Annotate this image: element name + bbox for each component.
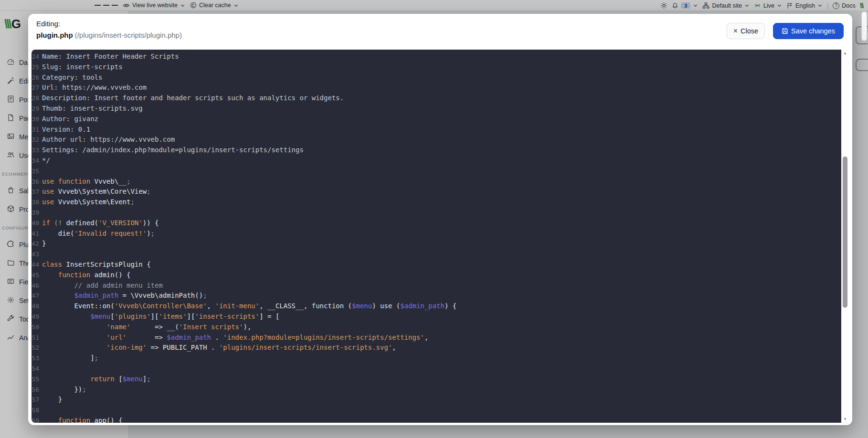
line-number: 56	[32, 385, 39, 395]
line-number: 32	[32, 135, 39, 145]
close-button[interactable]: × Close	[727, 23, 765, 39]
line-number: 25	[32, 63, 39, 73]
line-number: 59	[32, 416, 39, 423]
code-line: 50 'name' => __('Insert scripts'),	[32, 322, 841, 333]
line-number: 53	[32, 354, 39, 364]
line-number: 24	[32, 52, 39, 62]
code-line: 46 // add admin menu item	[32, 281, 841, 291]
code-line: 45 function admin() {	[32, 270, 841, 281]
code-line: 56 });	[32, 385, 841, 395]
line-number: 39	[32, 208, 39, 218]
line-number: 46	[32, 281, 39, 291]
code-line: 55 return [$menu];	[32, 374, 841, 385]
line-number: 49	[32, 312, 39, 322]
line-number: 54	[32, 364, 39, 374]
editor-scrollbar[interactable]: ▲ ▼	[841, 50, 849, 423]
file-name: plugin.php	[36, 31, 73, 39]
line-number: 38	[32, 198, 39, 208]
line-number: 42	[32, 239, 39, 249]
code-line: 53 ];	[32, 353, 841, 364]
line-number: 57	[32, 395, 39, 405]
scroll-up-icon[interactable]: ▲	[841, 51, 849, 55]
code-line: 54	[32, 364, 841, 374]
line-number: 40	[32, 219, 39, 229]
line-number: 33	[32, 146, 39, 156]
line-number: 36	[32, 177, 39, 187]
line-number: 28	[32, 94, 39, 104]
code-line: 42}	[32, 239, 841, 249]
line-number: 52	[32, 343, 39, 353]
line-number: 58	[32, 406, 39, 416]
line-number: 31	[32, 125, 39, 135]
line-number: 27	[32, 83, 39, 93]
code-line: 43	[32, 249, 841, 260]
line-number: 34	[32, 156, 39, 166]
code-line: 32Author url: https://www.vvveb.com	[32, 135, 841, 145]
code-line: 26Category: tools	[32, 73, 841, 83]
line-number: 30	[32, 115, 39, 125]
code-line: 24Name: Insert Footer Header Scripts	[32, 52, 841, 62]
modal-header: Editing: plugin.php(/plugins/insert-scri…	[28, 14, 852, 50]
page-scrollbar-thumb[interactable]	[861, 11, 867, 41]
scroll-down-icon[interactable]: ▼	[841, 417, 849, 421]
code-line: 35	[32, 166, 841, 177]
code-line: 58	[32, 405, 841, 416]
code-line: 52 'icon-img' => PUBLIC_PATH . 'plugins/…	[32, 343, 841, 353]
code-line: 44class InsertScriptsPlugin {	[32, 260, 841, 270]
code-editor: 24Name: Insert Footer Header Scripts25Sl…	[32, 50, 849, 423]
code-line: 57 }	[32, 395, 841, 405]
code-line: 39	[32, 208, 841, 218]
line-number: 51	[32, 333, 39, 343]
code-line: 34*/	[32, 156, 841, 166]
code-line: 48 Event::on('Vvveb\Controller\Base', 'i…	[32, 301, 841, 312]
line-number: 43	[32, 250, 39, 260]
code-line: 40if (! defined('V_VERSION')) {	[32, 218, 841, 229]
line-number: 35	[32, 167, 39, 177]
save-changes-button[interactable]: Save changes	[773, 23, 844, 39]
save-icon	[782, 28, 788, 34]
code-line: 41 die('Invalid request!');	[32, 229, 841, 239]
code-line: 33Settings: /admin/index.php?module=plug…	[32, 145, 841, 156]
line-number: 48	[32, 302, 39, 312]
line-number: 45	[32, 271, 39, 281]
line-number: 37	[32, 187, 39, 197]
line-number: 50	[32, 323, 39, 333]
code-line: 30Author: givanz	[32, 114, 841, 125]
close-icon: ×	[733, 27, 738, 35]
line-number: 41	[32, 229, 39, 239]
line-number: 47	[32, 291, 39, 301]
code-area[interactable]: 24Name: Insert Footer Header Scripts25Sl…	[32, 50, 841, 423]
code-line: 51 'url' => $admin_path . 'index.php?mod…	[32, 333, 841, 343]
code-line: 28Description: Insert footer and header …	[32, 93, 841, 104]
line-number: 29	[32, 104, 39, 114]
admin-page: View live website Clear cache 3 Default …	[0, 0, 868, 438]
code-line: 47 $admin_path = \Vvveb\adminPath();	[32, 291, 841, 301]
code-line: 49 $menu['plugins']['items']['insert-scr…	[32, 312, 841, 322]
line-number: 26	[32, 73, 39, 83]
code-line: 38use Vvveb\System\Event;	[32, 197, 841, 208]
code-line: 27Url: https://www.vvveb.com	[32, 83, 841, 93]
code-line: 59 function app() {	[32, 416, 841, 423]
code-line: 37use Vvveb\System\Core\View;	[32, 187, 841, 197]
code-line: 29Thumb: insert-scripts.svg	[32, 104, 841, 114]
code-line: 25Slug: insert-scripts	[32, 62, 841, 73]
file-path: (/plugins/insert-scripts/plugin.php)	[75, 31, 182, 39]
edit-file-modal: Editing: plugin.php(/plugins/insert-scri…	[28, 14, 852, 425]
line-number: 44	[32, 260, 39, 270]
editor-scrollbar-thumb[interactable]	[843, 156, 847, 308]
code-line: 36use function Vvveb\__;	[32, 177, 841, 187]
editing-label: Editing:	[36, 20, 845, 28]
code-line: 31Version: 0.1	[32, 125, 841, 135]
line-number: 55	[32, 375, 39, 385]
